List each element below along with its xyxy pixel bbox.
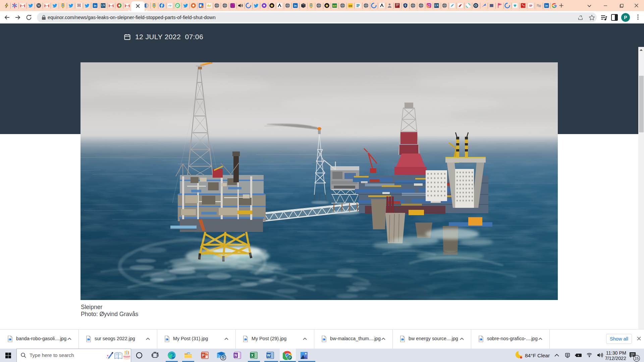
svg-text:in: in <box>94 4 96 7</box>
svg-text:LN: LN <box>435 4 439 7</box>
svg-text:X: X <box>251 353 254 357</box>
svg-text:eia: eia <box>168 4 171 7</box>
svg-text:N: N <box>234 353 237 357</box>
svg-text:in: in <box>545 4 548 7</box>
svg-text:15: 15 <box>635 356 639 360</box>
svg-text:5: 5 <box>222 355 224 360</box>
svg-text:in: in <box>294 4 297 7</box>
svg-text:H: H <box>77 3 81 8</box>
svg-text:IP: IP <box>529 4 533 7</box>
svg-text:P: P <box>288 356 291 360</box>
svg-text:LN: LN <box>101 4 105 7</box>
svg-text:BR: BR <box>333 4 337 7</box>
svg-text:W: W <box>267 353 271 357</box>
svg-text:P: P <box>202 353 204 357</box>
svg-text:eni: eni <box>348 4 352 7</box>
svg-text:W: W <box>37 4 40 7</box>
